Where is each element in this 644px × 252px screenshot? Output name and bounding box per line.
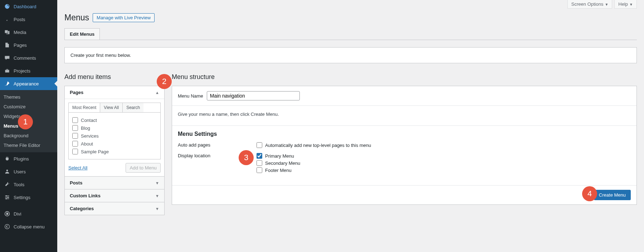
label: Comments xyxy=(14,55,36,61)
pin-icon xyxy=(4,16,11,23)
hint-text: Give your menu a name, then click Create… xyxy=(172,106,636,126)
svg-point-3 xyxy=(6,198,7,199)
label: Pages xyxy=(14,43,27,48)
tab-search[interactable]: Search xyxy=(123,103,143,112)
sidebar-item-posts[interactable]: Posts xyxy=(0,13,57,26)
tab-view-all[interactable]: View All xyxy=(100,103,123,112)
page-row[interactable]: Sample Page xyxy=(72,148,157,155)
pages-list: Contact Blog Services About Sample Page xyxy=(68,113,161,159)
page-row[interactable]: About xyxy=(72,140,157,148)
annotation-badge-3: 3 xyxy=(239,150,254,165)
page-icon xyxy=(4,41,11,49)
wrench-icon xyxy=(4,181,11,188)
page-title: Menus xyxy=(64,13,89,23)
sidebar-item-plugins[interactable]: Plugins xyxy=(0,152,57,165)
page-checkbox[interactable] xyxy=(72,133,78,139)
footer-menu-checkbox[interactable] xyxy=(257,167,262,173)
sidebar-item-comments[interactable]: Comments xyxy=(0,51,57,64)
media-icon xyxy=(4,29,11,36)
sidebar-item-users[interactable]: Users xyxy=(0,165,57,178)
menu-settings-section: Menu Settings Auto add pages Automatical… xyxy=(172,126,636,185)
menu-name-input[interactable] xyxy=(207,91,300,100)
auto-add-checkbox[interactable] xyxy=(257,142,262,148)
sidebar-item-settings[interactable]: Settings xyxy=(0,191,57,204)
svg-point-2 xyxy=(8,197,9,198)
page-row[interactable]: Contact xyxy=(72,116,157,124)
divi-icon xyxy=(4,210,11,217)
submenu-themes[interactable]: Themes xyxy=(0,92,57,102)
sidebar-item-divi[interactable]: Divi xyxy=(0,207,57,220)
primary-menu-checkbox[interactable] xyxy=(257,153,262,159)
acc-label: Pages xyxy=(70,90,83,95)
speedometer-icon xyxy=(4,3,11,10)
label: Settings xyxy=(14,195,30,200)
comment-icon xyxy=(4,54,11,61)
label: Appearance xyxy=(14,81,39,87)
label: Dashboard xyxy=(14,4,36,9)
submenu-customize[interactable]: Customize xyxy=(0,102,57,112)
page-checkbox[interactable] xyxy=(72,149,78,154)
accordion-custom-links-toggle[interactable]: Custom Links ▼ xyxy=(65,189,164,202)
sidebar-item-projects[interactable]: Projects xyxy=(0,64,57,77)
page-label: About xyxy=(81,141,93,147)
sidebar-item-appearance[interactable]: Appearance xyxy=(0,77,57,90)
secondary-menu-checkbox[interactable] xyxy=(257,160,262,166)
main-content: Screen Options▼ Help▼ Menus Manage with … xyxy=(57,0,644,222)
annotation-badge-1: 1 xyxy=(18,114,33,129)
structure-footer: 4 Create Menu xyxy=(172,185,636,204)
page-label: Services xyxy=(81,133,99,139)
acc-label: Posts xyxy=(70,180,82,186)
pages-filter-tabs: Most Recent View All Search xyxy=(68,103,161,113)
option-label: Footer Menu xyxy=(265,168,292,173)
chevron-down-icon: ▼ xyxy=(155,181,159,185)
sidebar-item-dashboard[interactable]: Dashboard xyxy=(0,0,57,13)
add-to-menu-button[interactable]: Add to Menu xyxy=(126,163,161,173)
sidebar-collapse[interactable]: Collapse menu xyxy=(0,220,57,222)
plug-icon xyxy=(4,155,11,162)
page-row[interactable]: Services xyxy=(72,132,157,140)
select-all-link[interactable]: Select All xyxy=(68,165,87,171)
add-menu-items-column: Add menu items Pages ▲ Most Recent View … xyxy=(64,73,165,215)
tab-bar: Edit Menus xyxy=(64,28,637,40)
sidebar-item-pages[interactable]: Pages xyxy=(0,39,57,51)
tab-edit-menus[interactable]: Edit Menus xyxy=(64,28,100,40)
menu-name-row: 2 Menu Name xyxy=(172,86,636,106)
screen-options-button[interactable]: Screen Options▼ xyxy=(567,0,613,9)
top-bar: Screen Options▼ Help▼ xyxy=(64,0,637,9)
page-checkbox[interactable] xyxy=(72,141,78,147)
menu-name-label: Menu Name xyxy=(178,93,203,99)
location-secondary[interactable]: Secondary Menu xyxy=(257,160,631,166)
help-button[interactable]: Help▼ xyxy=(614,0,637,9)
location-primary[interactable]: Primary Menu xyxy=(257,153,631,159)
sliders-icon xyxy=(4,194,11,201)
accordion-pages: Pages ▲ Most Recent View All Search Cont… xyxy=(64,86,165,177)
label: Tools xyxy=(14,182,24,187)
auto-add-pages-option[interactable]: Automatically add new top-level pages to… xyxy=(257,142,631,148)
chevron-up-icon: ▲ xyxy=(155,90,159,95)
intro-message: Create your first menu below. xyxy=(64,47,637,63)
page-checkbox[interactable] xyxy=(72,117,78,123)
accordion-pages-toggle[interactable]: Pages ▲ xyxy=(65,86,164,99)
sidebar-item-media[interactable]: Media xyxy=(0,26,57,39)
label: Plugins xyxy=(14,156,29,162)
label: Users xyxy=(14,169,26,174)
accordion-posts-toggle[interactable]: Posts ▼ xyxy=(65,177,164,189)
tab-most-recent[interactable]: Most Recent xyxy=(69,103,100,112)
page-row[interactable]: Blog xyxy=(72,124,157,132)
manage-live-preview-button[interactable]: Manage with Live Preview xyxy=(93,13,155,22)
create-menu-button[interactable]: Create Menu xyxy=(594,190,631,200)
page-checkbox[interactable] xyxy=(72,125,78,131)
page-heading: Menus Manage with Live Preview xyxy=(64,13,637,23)
location-footer[interactable]: Footer Menu xyxy=(257,167,631,173)
accordion-categories-toggle[interactable]: Categories ▼ xyxy=(65,202,164,215)
sidebar-item-tools[interactable]: Tools xyxy=(0,178,57,191)
page-label: Blog xyxy=(81,125,90,131)
chevron-down-icon: ▼ xyxy=(155,207,159,211)
page-label: Contact xyxy=(81,118,97,123)
brush-icon xyxy=(4,80,11,87)
option-label: Automatically add new top-level pages to… xyxy=(265,143,371,148)
option-label: Primary Menu xyxy=(265,153,294,159)
submenu-background[interactable]: Background xyxy=(0,131,57,140)
submenu-theme-editor[interactable]: Theme File Editor xyxy=(0,140,57,150)
structure-title: Menu structure xyxy=(172,73,637,81)
